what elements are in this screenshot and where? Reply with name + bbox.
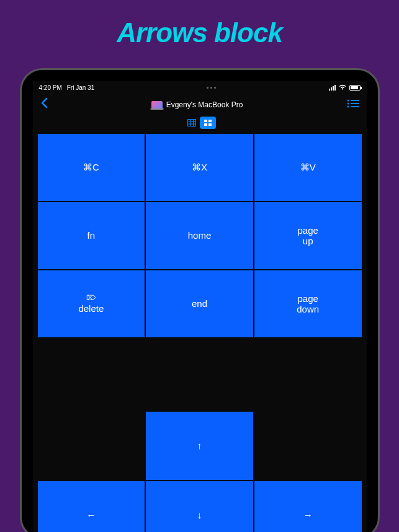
device-screen: 4:20 PM Fri Jan 31 Evgeny's MacBook Pro bbox=[33, 81, 367, 532]
svg-rect-6 bbox=[187, 120, 195, 126]
back-button[interactable] bbox=[40, 97, 48, 112]
shortcut-grid: ⌘C ⌘X ⌘V fn home page up ⌦ delete end pa… bbox=[38, 134, 362, 337]
svg-rect-11 bbox=[204, 120, 207, 122]
key-cmd-x[interactable]: ⌘X bbox=[146, 134, 253, 201]
status-time: 4:20 PM bbox=[39, 84, 62, 91]
svg-point-2 bbox=[347, 102, 349, 104]
key-cmd-v[interactable]: ⌘V bbox=[254, 134, 362, 201]
device-frame: 4:20 PM Fri Jan 31 Evgeny's MacBook Pro bbox=[20, 68, 380, 532]
svg-rect-12 bbox=[208, 120, 212, 122]
arrow-block: ↑ ← ↓ → bbox=[38, 412, 362, 532]
nav-title-wrap: Evgeny's MacBook Pro bbox=[151, 100, 243, 109]
list-button[interactable] bbox=[347, 99, 359, 110]
key-page-up[interactable]: page up bbox=[254, 202, 362, 269]
key-home[interactable]: home bbox=[146, 202, 253, 269]
svg-rect-5 bbox=[351, 106, 359, 107]
svg-rect-14 bbox=[208, 123, 212, 126]
arrow-empty bbox=[38, 412, 145, 480]
device-name: Evgeny's MacBook Pro bbox=[166, 100, 243, 109]
delete-icon: ⌦ bbox=[86, 294, 96, 302]
svg-rect-13 bbox=[204, 123, 207, 126]
key-arrow-left[interactable]: ← bbox=[38, 481, 145, 532]
view-mode-segmented bbox=[33, 117, 367, 129]
view-mode-blocks[interactable] bbox=[200, 117, 216, 129]
wifi-icon bbox=[338, 84, 347, 91]
key-cmd-c[interactable]: ⌘C bbox=[38, 134, 145, 201]
key-end[interactable]: end bbox=[146, 270, 253, 337]
status-bar: 4:20 PM Fri Jan 31 bbox=[33, 81, 367, 94]
view-mode-grid[interactable] bbox=[184, 117, 200, 129]
nav-bar: Evgeny's MacBook Pro bbox=[33, 94, 367, 115]
key-arrow-down[interactable]: ↓ bbox=[146, 481, 253, 532]
key-delete[interactable]: ⌦ delete bbox=[38, 270, 145, 337]
key-arrow-up[interactable]: ↑ bbox=[146, 412, 253, 480]
svg-point-0 bbox=[347, 99, 349, 101]
laptop-icon bbox=[151, 101, 163, 109]
svg-rect-1 bbox=[351, 100, 359, 101]
battery-icon bbox=[349, 85, 361, 91]
key-fn[interactable]: fn bbox=[38, 202, 145, 269]
multitask-dots bbox=[207, 87, 216, 89]
status-date: Fri Jan 31 bbox=[67, 84, 94, 91]
arrow-empty bbox=[254, 412, 362, 480]
svg-point-4 bbox=[347, 105, 349, 107]
key-arrow-right[interactable]: → bbox=[254, 481, 362, 532]
svg-rect-3 bbox=[351, 103, 359, 104]
key-page-down[interactable]: page down bbox=[254, 270, 362, 337]
cellular-icon bbox=[329, 85, 336, 91]
page-title: Arrows block bbox=[0, 0, 399, 48]
